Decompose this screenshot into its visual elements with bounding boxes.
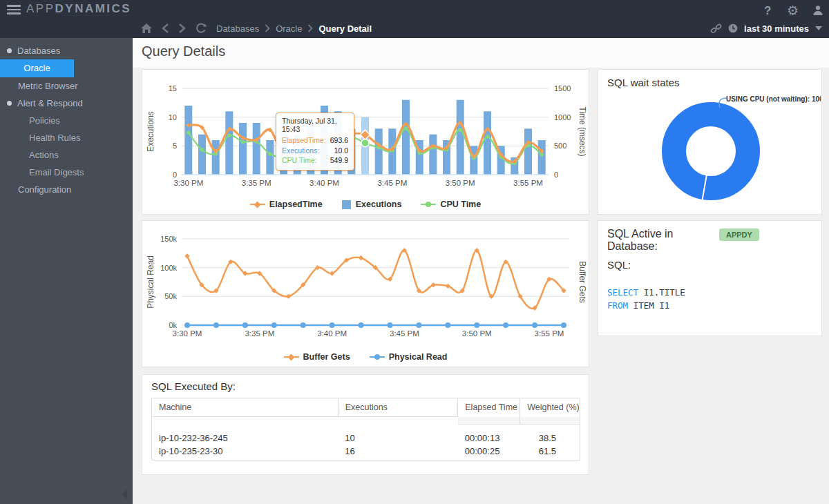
breadcrumb-item-query-detail: Query Detail xyxy=(318,23,372,34)
svg-text:Physical Read: Physical Read xyxy=(146,255,155,309)
link-icon[interactable] xyxy=(710,23,722,35)
sidebar: DatabasesOracleMetric BrowserAlert & Res… xyxy=(0,38,133,504)
top-bar: APPDYNAMICS ? ⚙ DatabasesOracleQuery Det… xyxy=(0,0,829,38)
circle-marker-icon xyxy=(370,353,385,361)
legend-label: ElapsedTime xyxy=(269,200,323,209)
executions-time-chart-card: 051015050010001500ExecutionsTime (msecs)… xyxy=(142,69,589,215)
column-header-executions[interactable]: Executions xyxy=(338,398,458,417)
svg-text:3:55 PM: 3:55 PM xyxy=(535,329,564,338)
column-header-elapsed-time[interactable]: Elapsed Time xyxy=(458,398,520,417)
header-band-cell xyxy=(520,417,580,425)
sql-executed-by-card: SQL Executed By: MachineExecutionsElapse… xyxy=(142,374,589,475)
sidebar-item-label: Policies xyxy=(29,115,60,126)
hamburger-menu-icon[interactable] xyxy=(7,5,21,14)
svg-text:3:35 PM: 3:35 PM xyxy=(242,179,271,187)
help-icon[interactable]: ? xyxy=(764,4,771,18)
svg-text:3:50 PM: 3:50 PM xyxy=(446,179,475,187)
home-icon[interactable] xyxy=(140,23,153,34)
executions-time-chart[interactable]: 051015050010001500ExecutionsTime (msecs)… xyxy=(142,70,589,191)
chart1-legend: ElapsedTimeExecutionsCPU Time xyxy=(142,200,589,209)
sidebar-item-oracle[interactable]: Oracle xyxy=(0,59,74,77)
back-icon[interactable] xyxy=(162,23,169,34)
legend-item-elapsedtime[interactable]: ElapsedTime xyxy=(250,200,323,209)
svg-text:3:35 PM: 3:35 PM xyxy=(245,329,274,338)
table-cell: 16 xyxy=(338,443,458,460)
column-header-weighted-[interactable]: Weighted (%) xyxy=(520,398,580,417)
legend-item-physical-read[interactable]: Physical Read xyxy=(370,352,448,362)
sidebar-item-actions[interactable]: Actions xyxy=(0,146,133,164)
table-cell: 61.5 xyxy=(520,443,580,460)
sidebar-item-label: Health Rules xyxy=(29,133,80,143)
header-band-cell xyxy=(458,417,520,425)
svg-text:Executions: Executions xyxy=(146,111,155,152)
page-title: Query Details xyxy=(142,43,225,59)
tooltip-row: CPU Time:549.9 xyxy=(282,155,348,166)
legend-label: Executions xyxy=(356,200,402,209)
legend-item-cpu-time[interactable]: CPU Time xyxy=(421,200,481,209)
svg-text:10: 10 xyxy=(169,113,177,122)
wait-states-donut-chart[interactable] xyxy=(598,70,821,214)
table-cell: ip-10-232-36-245 xyxy=(152,425,339,444)
table-row-ip-10-235-23-30[interactable]: ip-10-235-23-301600:00:2561.5 xyxy=(152,443,580,460)
physical-read-buffer-gets-chart[interactable]: 0k50k100k150kPhysical ReadBuffer Gets3:3… xyxy=(142,221,589,344)
sidebar-item-configuration[interactable]: Configuration xyxy=(0,181,133,198)
svg-text:0k: 0k xyxy=(169,321,177,329)
chart-tooltip: Thursday, Jul 31, 15:43 ElapsedTime:693.… xyxy=(276,113,354,171)
legend-item-buffer-gets[interactable]: Buffer Gets xyxy=(284,352,350,362)
table-cell: 00:00:13 xyxy=(458,425,520,444)
legend-item-executions[interactable]: Executions xyxy=(342,200,402,209)
table-cell: 38.5 xyxy=(520,425,580,444)
table-row-ip-10-232-36-245[interactable]: ip-10-232-36-2451000:00:1338.5 xyxy=(152,425,580,444)
table-cell: 00:00:25 xyxy=(458,443,520,460)
svg-text:3:45 PM: 3:45 PM xyxy=(390,329,419,338)
breadcrumb-items: DatabasesOracleQuery Detail xyxy=(216,23,372,34)
sql-active-card: SQL Active in Database: APPDY SQL: SELEC… xyxy=(598,220,822,336)
gear-icon[interactable]: ⚙ xyxy=(787,3,799,19)
main-content: Query Details 051015050010001500Executio… xyxy=(133,38,829,504)
sidebar-item-label: Actions xyxy=(29,150,59,160)
user-icon[interactable] xyxy=(812,5,823,19)
sidebar-item-metric-browser[interactable]: Metric Browser xyxy=(0,77,133,95)
sidebar-item-alert-respond[interactable]: Alert & Respond xyxy=(0,95,133,112)
refresh-icon[interactable] xyxy=(195,23,207,35)
svg-text:5: 5 xyxy=(173,142,177,150)
svg-text:100k: 100k xyxy=(160,264,177,272)
column-header-machine[interactable]: Machine xyxy=(152,398,339,417)
breadcrumb: DatabasesOracleQuery Detail xyxy=(140,19,372,38)
breadcrumb-item-databases[interactable]: Databases xyxy=(216,23,259,34)
circle-marker-icon xyxy=(421,200,436,209)
svg-text:15: 15 xyxy=(169,84,177,93)
bullet-icon xyxy=(7,101,12,106)
sidebar-item-health-rules[interactable]: Health Rules xyxy=(0,129,133,146)
sql-code-block: SELECT I1.TITLEFROM ITEM I1 xyxy=(607,287,685,313)
sidebar-item-label: Configuration xyxy=(18,184,71,195)
svg-text:3:40 PM: 3:40 PM xyxy=(317,329,347,338)
svg-text:0: 0 xyxy=(173,171,177,179)
sidebar-item-databases[interactable]: Databases xyxy=(0,42,133,59)
chart2-legend: Buffer GetsPhysical Read xyxy=(142,352,589,362)
sidebar-collapse-arrow[interactable] xyxy=(122,490,127,498)
svg-text:150k: 150k xyxy=(160,235,177,243)
table-cell: 10 xyxy=(338,425,458,444)
legend-label: Buffer Gets xyxy=(303,352,350,362)
legend-label: CPU Time xyxy=(440,200,481,209)
donut-slice-label: USING CPU (not waiting): 100.0% xyxy=(726,95,821,103)
tooltip-row: Executions:10.0 xyxy=(282,146,348,156)
sidebar-item-label: Oracle xyxy=(23,63,50,73)
breadcrumb-item-oracle[interactable]: Oracle xyxy=(276,23,302,34)
forward-icon[interactable] xyxy=(178,23,186,34)
table-cell: ip-10-235-23-30 xyxy=(152,443,339,460)
svg-text:1000: 1000 xyxy=(554,113,571,122)
sql-executed-by-table: MachineExecutionsElapsed TimeWeighted (%… xyxy=(151,398,580,461)
time-range-picker[interactable]: last 30 minutes xyxy=(710,19,822,38)
svg-text:3:50 PM: 3:50 PM xyxy=(462,329,492,338)
svg-text:3:30 PM: 3:30 PM xyxy=(173,329,202,338)
sidebar-item-policies[interactable]: Policies xyxy=(0,112,133,129)
header-band-cell xyxy=(152,417,339,425)
sidebar-item-email-digests[interactable]: Email Digests xyxy=(0,164,133,181)
svg-text:500: 500 xyxy=(554,142,566,150)
svg-text:50k: 50k xyxy=(164,292,177,300)
time-range-label: last 30 minutes xyxy=(744,23,809,34)
breadcrumb-separator-icon xyxy=(307,24,313,32)
header-band-cell xyxy=(338,417,458,425)
